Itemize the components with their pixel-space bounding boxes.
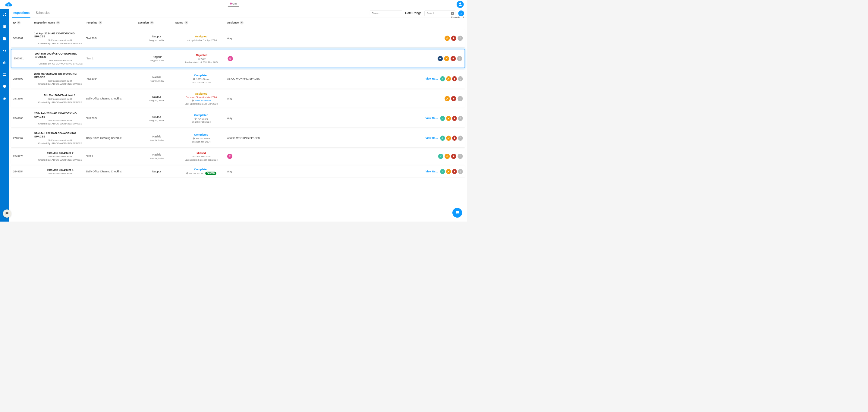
edit-button[interactable]: [444, 36, 450, 41]
svg-point-17: [460, 98, 460, 99]
del-button[interactable]: [452, 116, 457, 121]
cell-template: Test 1: [86, 155, 138, 158]
table-row[interactable]: 264925419th Jan 2024/Test 1 Self assessm…: [11, 165, 465, 178]
clipboard-icon[interactable]: [2, 24, 7, 29]
fwd-button[interactable]: [438, 56, 443, 61]
swap-button[interactable]: [440, 76, 445, 82]
edit-button[interactable]: [446, 136, 451, 141]
more-button[interactable]: [458, 136, 463, 141]
tab-inspections[interactable]: Inspections: [12, 9, 30, 18]
del-button[interactable]: [452, 136, 457, 141]
more-button[interactable]: [458, 154, 463, 159]
filter-name-icon[interactable]: [56, 21, 60, 24]
edit-button[interactable]: [446, 116, 451, 121]
cell-name: 29th Mar 2024/AB CO-WORKING SPACES Self …: [35, 52, 87, 65]
del-button[interactable]: [451, 96, 456, 101]
more-button[interactable]: [458, 96, 463, 101]
cell-location: Nagpur Nagpur, India: [138, 95, 176, 102]
message-fab-button[interactable]: [453, 208, 462, 218]
cell-location: Nagpur Nagpur, India: [138, 35, 176, 41]
filter-assignee-icon[interactable]: [240, 21, 244, 24]
cell-location: Nashik Nashik, India: [138, 76, 176, 82]
cell-status: Rejectedby AjayLast updated at 29th Mar …: [176, 54, 227, 63]
filter-id-icon[interactable]: [17, 21, 21, 24]
assignee-group-icon[interactable]: [227, 154, 232, 159]
svg-point-28: [460, 137, 461, 137]
table-header: ID Inspection Name Template Location Sta…: [11, 18, 465, 27]
table-row[interactable]: 300098129th Mar 2024/AB CO-WORKING SPACE…: [11, 49, 465, 68]
cell-actions: [426, 36, 463, 41]
cell-status: AssignedOverdue Since 6th Mar 2024View S…: [176, 92, 227, 105]
edit-button[interactable]: [444, 96, 450, 101]
cell-location: Nagpur: [138, 170, 176, 173]
more-button[interactable]: [458, 116, 463, 121]
avatar-button[interactable]: [457, 1, 464, 8]
del-button[interactable]: [451, 154, 456, 159]
search-input[interactable]: [370, 10, 402, 16]
cell-status: Completed89.3% Scoreon 31st Jan 2024: [176, 133, 227, 143]
inbox-icon[interactable]: [2, 72, 7, 76]
apps-icon[interactable]: [2, 12, 7, 17]
cell-name: 19th Jan 2024/Test 1 Self assessment aud…: [34, 168, 86, 175]
cell-actions: [426, 154, 463, 159]
tab-schedules[interactable]: Schedules: [35, 9, 51, 18]
cell-assignee: Ajay: [227, 170, 268, 173]
swap-button[interactable]: [440, 116, 445, 121]
del-button[interactable]: [452, 169, 457, 174]
analytics-icon[interactable]: [2, 61, 7, 65]
svg-point-12: [460, 79, 461, 80]
document-icon[interactable]: [2, 36, 7, 41]
chat-fab-button[interactable]: [3, 210, 11, 218]
swap-button[interactable]: [440, 169, 445, 174]
filter-template-icon[interactable]: [98, 21, 102, 24]
cell-assignee: AB CO-WORKING SPACES: [227, 77, 268, 81]
more-button[interactable]: [458, 36, 463, 41]
edit-button[interactable]: [444, 56, 450, 61]
date-range-select[interactable]: Select ✕: [424, 10, 455, 16]
cell-status: CompletedNA Scoreon 28th Feb 2024: [176, 114, 227, 123]
table-row[interactable]: 30181611st Apr 2024/AB CO-WORKING SPACES…: [11, 29, 465, 47]
edit-button[interactable]: [446, 169, 451, 174]
del-button[interactable]: [452, 76, 457, 82]
table-row[interactable]: 284096028th Feb 2024/AB CO-WORKING SPACE…: [11, 109, 465, 127]
swap-button[interactable]: [438, 154, 443, 159]
edit-button[interactable]: [446, 76, 451, 82]
svg-point-24: [460, 119, 461, 119]
date-range-label: Date Range: [405, 11, 422, 15]
cell-name: 1st Apr 2024/AB CO-WORKING SPACES Self a…: [34, 32, 86, 44]
view-report-link[interactable]: View Re…: [426, 137, 438, 140]
more-button[interactable]: [457, 56, 462, 61]
view-schedule-link[interactable]: View Schedule: [195, 99, 211, 102]
date-range-clear-icon[interactable]: ✕: [451, 12, 454, 15]
table-row[interactable]: 298969227th Mar 2024/AB CO-WORKING SPACE…: [11, 70, 465, 88]
view-report-link[interactable]: View Re…: [426, 77, 438, 81]
view-report-link[interactable]: View Re…: [426, 117, 438, 120]
cell-assignee: AB CO-WORKING SPACES: [227, 137, 268, 140]
cloud-logo-icon[interactable]: [3, 1, 13, 7]
cell-id: 3018161: [13, 37, 34, 40]
table-area: ID Inspection Name Template Location Sta…: [9, 18, 467, 222]
del-button[interactable]: [451, 56, 456, 61]
cell-actions: [425, 56, 462, 61]
shield-icon[interactable]: [2, 85, 7, 89]
cell-template: Test 2024: [86, 117, 138, 120]
cell-id: 2649276: [13, 155, 34, 158]
table-row[interactable]: 264927619th Jan 2024/Test 2 Self assessm…: [11, 149, 465, 164]
cell-location: Nagpur Nagpur, India: [138, 115, 176, 122]
filter-location-icon[interactable]: [150, 21, 154, 24]
download-button[interactable]: [458, 10, 464, 16]
megaphone-icon[interactable]: [2, 49, 7, 53]
more-button[interactable]: [458, 76, 463, 82]
cell-id: 2706567: [13, 137, 34, 140]
edit-button[interactable]: [444, 154, 450, 159]
svg-point-18: [460, 99, 460, 99]
table-row[interactable]: 270656731st Jan 2024/AB CO-WORKING SPACE…: [11, 129, 465, 147]
table-row[interactable]: 28725075th Mar 2024/Task test 1. Self as…: [11, 90, 465, 107]
assignee-group-icon[interactable]: [227, 56, 233, 61]
filter-status-icon[interactable]: [184, 21, 188, 24]
gear-icon[interactable]: [2, 96, 7, 101]
view-report-link[interactable]: View Re…: [426, 170, 438, 173]
swap-button[interactable]: [440, 136, 445, 141]
del-button[interactable]: [451, 36, 456, 41]
more-button[interactable]: [458, 169, 463, 174]
